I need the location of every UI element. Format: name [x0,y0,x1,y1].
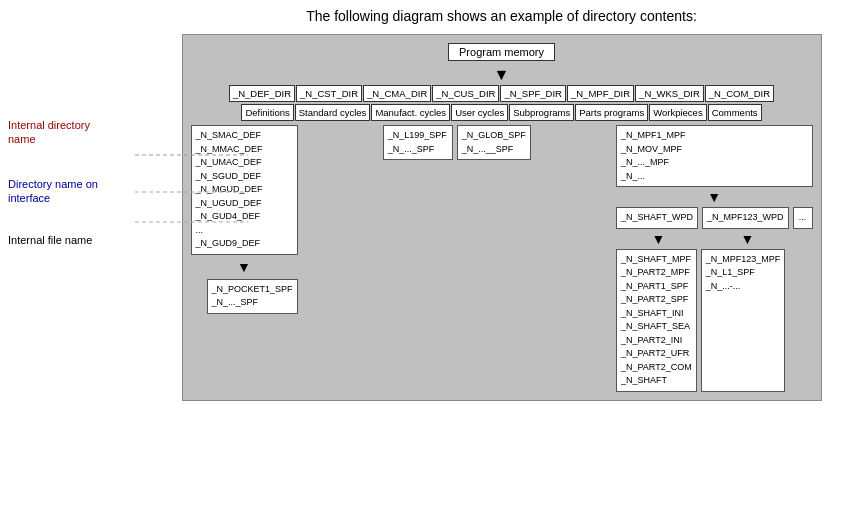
mpf123-0: _N_MPF123_MPF [706,253,781,267]
main-arrow-down: ▼ [191,67,813,83]
shaft-mpf-5: _N_SHAFT_SEA [621,320,692,334]
internal-file-label: Internal file name [8,233,145,247]
mpf-item-2: _N_..._MPF [621,156,808,170]
shaft-mpf-7: _N_PART2_UFR [621,347,692,361]
def-item-0: _N_SMAC_DEF [196,129,293,143]
l199-item-0: _N_L199_SPF [388,129,448,143]
def-item-6: _N_GUD4_DEF [196,210,293,224]
dir-cell-com: _N_COM_DIR [705,85,774,102]
shaft-mpf-8: _N_PART2_COM [621,361,692,375]
mpf-arrow: ▼ [616,189,813,205]
mpf123-col-box: _N_MPF123_MPF _N_L1_SPF _N_...-... [701,249,786,392]
dir-cells-row: _N_DEF_DIR _N_CST_DIR _N_CMA_DIR _N_CUS_… [191,85,813,102]
glob-item-1: _N_...__SPF [462,143,526,157]
dir-cell-cus: _N_CUS_DIR [432,85,499,102]
diagram-box: Program memory ▼ _N_DEF_DIR _N_CST_DIR _… [182,34,822,401]
mpf-item-0: _N_MPF1_MPF [621,129,808,143]
dir-cell-mpf: _N_MPF_DIR [567,85,634,102]
left-labels: Internal directory name Directory name o… [0,0,145,513]
mpf123-2: _N_...-... [706,280,781,294]
pocket-col-box: _N_POCKET1_SPF _N_..._SPF [207,279,298,314]
dir-cell-spf: _N_SPF_DIR [500,85,566,102]
dir-cell-def: _N_DEF_DIR [229,85,295,102]
l199-col-box: _N_L199_SPF _N_..._SPF [383,125,453,160]
pocket-item-0: _N_POCKET1_SPF [212,283,293,297]
iface-cell-comments: Comments [708,104,762,121]
ellipsis-box: ... [793,207,813,229]
mpf-item-1: _N_MOV_MPF [621,143,808,157]
dir-name-interface-label: Directory name on interface [8,177,145,206]
mpf123-1: _N_L1_SPF [706,266,781,280]
iface-cell-manufact-cycles: Manufact. cycles [371,104,450,121]
glob-col-box: _N_GLOB_SPF _N_...__SPF [457,125,531,160]
shaft-mpf-9: _N_SHAFT [621,374,692,388]
diagram-area: The following diagram shows an example o… [145,0,858,513]
def-arrow: ▼ [191,259,298,275]
shaft-mpf-3: _N_PART2_SPF [621,293,692,307]
iface-cell-parts-programs: Parts programs [575,104,648,121]
shaft-mpf-col-box: _N_SHAFT_MPF _N_PART2_MPF _N_PART1_SPF _… [616,249,697,392]
program-memory-row: Program memory [191,43,813,61]
shaft-mpf-1: _N_PART2_MPF [621,266,692,280]
shaft-mpf-0: _N_SHAFT_MPF [621,253,692,267]
mpf123-arrow: ▼ [705,231,790,247]
mpf-item-3: _N_... [621,170,808,184]
pocket-item-1: _N_..._SPF [212,296,293,310]
def-item-4: _N_MGUD_DEF [196,183,293,197]
def-item-8: _N_GUD9_DEF [196,237,293,251]
internal-dir-label: Internal directory name [8,118,145,147]
mpf123-wpd-box: _N_MPF123_WPD [702,207,789,229]
def-item-1: _N_MMAC_DEF [196,143,293,157]
def-item-2: _N_UMAC_DEF [196,156,293,170]
internal-file-label-block: Internal file name [8,233,145,247]
dir-cell-cst: _N_CST_DIR [296,85,362,102]
main-container: Internal directory name Directory name o… [0,0,858,513]
dir-cell-cma: _N_CMA_DIR [363,85,431,102]
page-title: The following diagram shows an example o… [153,8,850,24]
shaft-arrow: ▼ [616,231,701,247]
def-item-5: _N_UGUD_DEF [196,197,293,211]
shaft-mpf-4: _N_SHAFT_INI [621,307,692,321]
iface-cell-user-cycles: User cycles [451,104,508,121]
program-memory-box: Program memory [448,43,555,61]
internal-dir-label-block: Internal directory name [8,118,145,147]
iface-cell-standard-cycles: Standard cycles [295,104,371,121]
def-col-box: _N_SMAC_DEF _N_MMAC_DEF _N_UMAC_DEF _N_S… [191,125,298,255]
iface-cells-row: Definitions Standard cycles Manufact. cy… [191,104,813,121]
dir-cell-wks: _N_WKS_DIR [635,85,704,102]
shaft-mpf-2: _N_PART1_SPF [621,280,692,294]
iface-cell-definitions: Definitions [241,104,293,121]
def-item-3: _N_SGUD_DEF [196,170,293,184]
shaft-wpd-box: _N_SHAFT_WPD [616,207,698,229]
def-item-7: ... [196,224,293,238]
dir-name-interface-label-block: Directory name on interface [8,177,145,206]
iface-cell-subprograms: Subprograms [509,104,574,121]
mpf-col-box: _N_MPF1_MPF _N_MOV_MPF _N_..._MPF _N_... [616,125,813,187]
glob-item-0: _N_GLOB_SPF [462,129,526,143]
l199-item-1: _N_..._SPF [388,143,448,157]
iface-cell-workpieces: Workpieces [649,104,706,121]
shaft-mpf-6: _N_PART2_INI [621,334,692,348]
